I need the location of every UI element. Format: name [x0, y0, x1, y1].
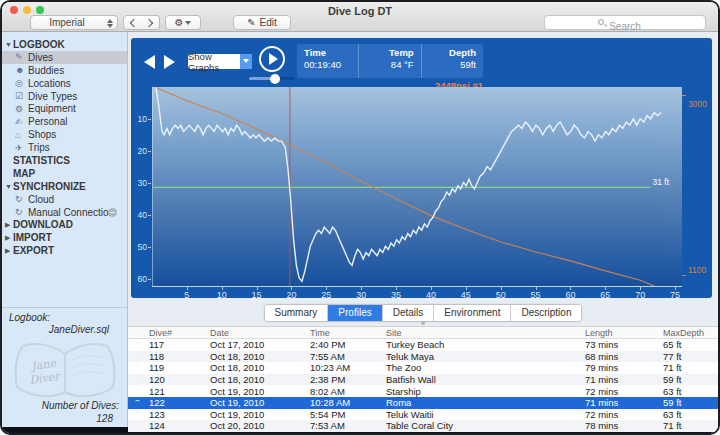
sidebar-item-cloud[interactable]: ↻Cloud	[2, 193, 127, 206]
sidebar-item-shops[interactable]: ⌂Shops	[2, 128, 127, 141]
table-row-dive-124[interactable]: 124Oct 20, 20107:53 AMTable Coral City78…	[128, 420, 718, 432]
table-row-dive-122[interactable]: 122Oct 19, 201010:28 AMRoma71 mins59 ft	[128, 397, 718, 409]
playback-slider[interactable]	[249, 77, 295, 80]
cell-max-depth: 59 ft	[660, 374, 718, 385]
sidebar-item-buddies[interactable]: ☻Buddies	[2, 64, 127, 77]
tab-summary[interactable]: Summary	[265, 305, 329, 321]
column-header-dive[interactable]: Dive#	[146, 328, 207, 338]
x-tick-label: 5	[184, 290, 189, 300]
cell-length: 68 mins	[582, 351, 660, 362]
x-tick-label: 60	[565, 290, 575, 300]
units-select[interactable]: Imperial	[30, 15, 118, 30]
sidebar-item-label: Equipment	[28, 103, 76, 114]
cell-site: Batfish Wall	[383, 374, 582, 385]
disclosure-icon[interactable]: ▼	[5, 183, 13, 190]
cell-site: The Zoo	[383, 362, 582, 373]
sidebar-item-export[interactable]: ▶EXPORT	[2, 244, 127, 257]
dive-profile-panel: Show Graphs Time 00:19:40 Temp 84 °F	[131, 38, 712, 298]
shops-icon: ⌂	[15, 130, 28, 140]
table-row-dive-123[interactable]: 123Oct 19, 20105:54 PMTeluk Waitii72 min…	[128, 409, 718, 421]
sidebar-item-synchronize[interactable]: ▼SYNCHRONIZE	[2, 180, 127, 193]
deco-ceiling-label: 31 ft	[652, 177, 669, 187]
search-field[interactable]	[544, 15, 706, 30]
back-button[interactable]	[123, 15, 142, 30]
previous-dive-icon[interactable]	[144, 55, 155, 69]
cell-length: 73 mins	[582, 339, 660, 350]
sidebar-item-label: Trips	[28, 142, 50, 153]
units-select-value: Imperial	[49, 17, 85, 28]
sidebar-item-dive-types[interactable]: ☑Dive Types	[2, 90, 127, 103]
sidebar-group-label: LOGBOOK	[13, 39, 65, 50]
tab-environment[interactable]: Environment	[434, 305, 511, 321]
time-readout: Time 00:19:40	[297, 44, 358, 78]
sidebar-item-logbook[interactable]: ▼LOGBOOK	[2, 38, 127, 51]
cell-dive: 123	[146, 409, 207, 420]
cell-date: Oct 19, 2010	[207, 409, 307, 420]
x-tick-label: 25	[321, 290, 331, 300]
column-header-length[interactable]: Length	[582, 328, 660, 338]
cell-length: 72 mins	[582, 386, 660, 397]
sidebar-item-personal[interactable]: ✍Personal	[2, 115, 127, 128]
sidebar-item-locations[interactable]: ◎Locations	[2, 77, 127, 90]
column-header-site[interactable]: Site	[383, 328, 582, 338]
dives-count-label: Number of Dives:	[42, 400, 119, 411]
sidebar-group-label: EXPORT	[13, 245, 54, 256]
table-row-dive-117[interactable]: 117Oct 17, 20102:40 PMTurkey Beach73 min…	[128, 339, 718, 351]
table-row-dive-121[interactable]: 121Oct 19, 20108:02 AMStarship72 mins63 …	[128, 385, 718, 397]
cell-max-depth: 71 ft	[660, 362, 718, 373]
open-book-icon: Jane Diver	[10, 336, 120, 402]
edit-button[interactable]: ✎ Edit	[233, 15, 291, 30]
cell-length: 71 mins	[582, 397, 660, 408]
cell-max-depth: 59 ft	[660, 397, 718, 408]
slider-knob[interactable]	[270, 74, 280, 84]
sidebar-item-dives[interactable]: ✎Dives	[2, 51, 127, 64]
sidebar-item-statistics[interactable]: STATISTICS	[2, 154, 127, 167]
tab-description[interactable]: Description	[511, 305, 581, 321]
table-row-dive-119[interactable]: 119Oct 18, 201010:23 AMThe Zoo79 mins71 …	[128, 362, 718, 374]
column-header-maxdepth[interactable]: MaxDepth	[660, 328, 718, 338]
cell-max-depth: 63 ft	[660, 409, 718, 420]
pressure-max-label: 3000	[688, 99, 707, 109]
sidebar-item-manual-connection[interactable]: ↻Manual Connection	[2, 206, 127, 219]
eject-device-icon[interactable]	[108, 208, 117, 217]
action-menu-button[interactable]: ⚙	[165, 15, 201, 30]
show-graphs-dropdown[interactable]: Show Graphs	[188, 54, 252, 69]
column-header-time[interactable]: Time	[307, 328, 383, 338]
sidebar-item-label: Cloud	[28, 194, 54, 205]
chevron-right-icon	[145, 18, 153, 26]
cell-length: 71 mins	[582, 374, 660, 385]
dive-table-header: Dive#DateTimeSiteLengthMaxDepth	[128, 327, 718, 339]
table-row-dive-120[interactable]: 120Oct 18, 20102:38 PMBatfish Wall71 min…	[128, 374, 718, 386]
cloud-sync-icon: ↻	[15, 194, 28, 204]
depth-axis: 102030405060	[131, 87, 151, 287]
x-tick-label: 45	[461, 290, 471, 300]
disclosure-icon[interactable]: ▶	[5, 247, 13, 255]
column-header-date[interactable]: Date	[207, 328, 307, 338]
x-tick-label: 70	[635, 290, 645, 300]
sidebar-item-download[interactable]: ▶DOWNLOAD	[2, 218, 127, 231]
x-tick-label: 35	[391, 290, 401, 300]
y-tick-label: 10	[138, 114, 147, 124]
tab-details[interactable]: Details	[383, 305, 435, 321]
sidebar-item-equipment[interactable]: ⚙Equipment	[2, 102, 127, 115]
forward-button[interactable]	[141, 15, 160, 30]
sidebar-group-label: DOWNLOAD	[13, 219, 73, 230]
disclosure-icon[interactable]: ▼	[5, 41, 13, 48]
sidebar-item-import[interactable]: ▶IMPORT	[2, 231, 127, 244]
x-tick-label: 40	[426, 290, 436, 300]
dive-profile-plot[interactable]: 31 ft	[152, 87, 682, 287]
sidebar-item-map[interactable]: MAP	[2, 167, 127, 180]
gear-icon: ⚙	[175, 17, 184, 28]
table-row-dive-118[interactable]: 118Oct 18, 20107:55 AMTeluk Maya68 mins7…	[128, 351, 718, 363]
x-tick-label: 65	[600, 290, 610, 300]
sidebar-item-trips[interactable]: ✈Trips	[2, 141, 127, 154]
play-button[interactable]	[259, 46, 285, 72]
cell-dive: 117	[146, 339, 207, 350]
next-dive-icon[interactable]	[164, 55, 175, 69]
cell-site: Starship	[383, 386, 582, 397]
disclosure-icon[interactable]: ▶	[5, 221, 13, 229]
tab-profiles[interactable]: Profiles	[328, 305, 382, 321]
depth-readout: Depth 59ft	[421, 44, 483, 78]
cell-date: Oct 20, 2010	[207, 420, 307, 431]
disclosure-icon[interactable]: ▶	[5, 234, 13, 242]
